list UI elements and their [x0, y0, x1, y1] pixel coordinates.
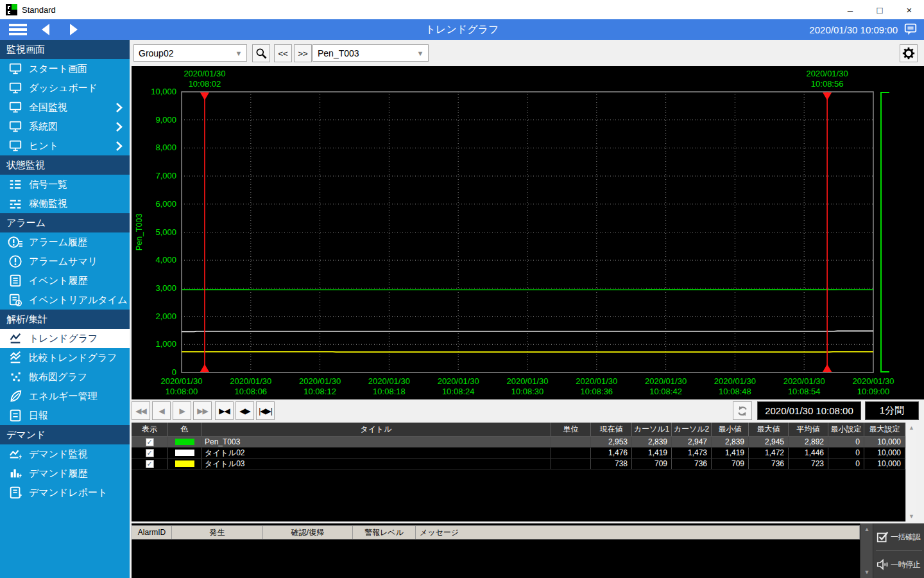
trend-chart[interactable]: 01,0002,0003,0004,0005,0006,0007,0008,00…	[132, 66, 924, 399]
sidebar-item[interactable]: エネルギー管理	[0, 387, 130, 406]
forward-button[interactable]	[64, 21, 83, 38]
sidebar-section-header: アラーム	[0, 213, 130, 232]
sidebar-item-label: イベントリアルタイム	[29, 294, 128, 306]
sidebar-item[interactable]: スタート画面	[0, 59, 130, 78]
comment-icon[interactable]	[903, 22, 918, 38]
scroll-up-icon[interactable]: ▲	[860, 526, 873, 532]
scroll-back-button[interactable]: ◀	[152, 401, 171, 420]
svg-text:2020/01/30: 2020/01/30	[852, 376, 894, 386]
maximize-button[interactable]: □	[865, 0, 894, 19]
pen-max_set: 10,000	[864, 448, 905, 458]
pen-table-scrollbar[interactable]: ▲ ▼	[905, 423, 916, 521]
pen-table-column-header: 最小値	[712, 423, 749, 436]
sidebar-item[interactable]: アラームサマリ	[0, 252, 130, 271]
pen-table-column-header: タイトル	[201, 423, 551, 436]
sidebar-item[interactable]: イベントリアルタイム	[0, 290, 130, 310]
acknowledge-all-button[interactable]: 一括確認	[873, 523, 924, 550]
sidebar-item[interactable]: デマンド履歴	[0, 464, 130, 483]
pen-cursor1: 1,419	[632, 448, 672, 458]
scroll-forward-button[interactable]: ▶	[173, 401, 191, 420]
svg-text:10:09:00: 10:09:00	[857, 387, 890, 396]
pen-table-row[interactable]: ✓Pen_T0032,9532,8392,9472,8392,9452,8920…	[132, 437, 905, 448]
settings-button[interactable]	[900, 44, 918, 62]
sidebar-item[interactable]: 散布図グラフ	[0, 367, 130, 387]
sidebar-section-header: 監視画面	[0, 40, 130, 59]
alarm-scrollbar[interactable]: ▲ ▼	[860, 523, 873, 578]
monitor-icon	[8, 80, 23, 96]
chart-start-datetime[interactable]: 2020/01/30 10:08:00	[757, 401, 861, 420]
pause-sound-button[interactable]: 一時停止	[873, 551, 924, 578]
window-title: Standard	[22, 5, 56, 15]
visibility-checkbox[interactable]: ✓	[146, 438, 154, 446]
monitor-icon	[8, 138, 23, 153]
pen-table-row[interactable]: ✓タイトル021,4761,4191,4731,4191,4721,446010…	[132, 448, 905, 459]
sidebar-item[interactable]: トレンドグラフ	[0, 329, 130, 348]
sidebar-item[interactable]: デマンドレポート	[0, 483, 130, 502]
scroll-down-icon[interactable]: ▼	[860, 569, 873, 575]
sidebar-section-header: 状態監視	[0, 155, 130, 175]
visibility-checkbox[interactable]: ✓	[146, 449, 154, 457]
group-select[interactable]: Group02 ▼	[133, 44, 247, 62]
sidebar-item[interactable]: 系統図	[0, 117, 130, 136]
pen-table-column-header: 現在値	[591, 423, 632, 436]
sidebar-item[interactable]: 稼働監視	[0, 194, 130, 213]
cursors-edges-button[interactable]: |◀▶|	[256, 401, 275, 420]
alarm-column-header: 発生	[172, 526, 263, 539]
sidebar-item[interactable]: デマンド監視	[0, 444, 130, 464]
pen-color-swatch	[175, 460, 194, 467]
cursors-together-button[interactable]: ▶◀	[215, 401, 234, 420]
sidebar-item[interactable]: ヒント	[0, 136, 130, 155]
sidebar-item[interactable]: ダッシュボード	[0, 78, 130, 98]
svg-text:10:08:06: 10:08:06	[234, 387, 267, 396]
pen-min_set: 0	[828, 459, 864, 469]
time-span-button[interactable]: 1分間	[865, 401, 919, 420]
sidebar-item-label: トレンドグラフ	[29, 333, 98, 345]
cursors-apart-button[interactable]: ◀▶	[235, 401, 254, 420]
daily-report-icon	[8, 408, 23, 423]
next-group-button[interactable]: >>	[294, 44, 312, 62]
refresh-button[interactable]	[733, 401, 752, 420]
menu-icon[interactable]	[9, 24, 27, 35]
svg-text:10:08:56: 10:08:56	[811, 79, 844, 89]
pen-table-column-header: 単位	[551, 423, 591, 436]
svg-text:2020/01/30: 2020/01/30	[438, 376, 479, 386]
visibility-checkbox[interactable]: ✓	[146, 460, 154, 468]
svg-text:1,000: 1,000	[155, 339, 176, 349]
sidebar-item[interactable]: 日報	[0, 406, 130, 425]
chevron-right-icon	[115, 141, 123, 153]
sidebar-section-header: デマンド	[0, 425, 130, 444]
svg-text:2020/01/30: 2020/01/30	[299, 376, 341, 386]
scroll-start-button[interactable]: ◀◀	[132, 401, 150, 420]
pen-table-row[interactable]: ✓タイトル03738709736709736723010,000	[132, 459, 905, 469]
pen-table-column-header: カーソル2	[672, 423, 712, 436]
alarm-list[interactable]	[132, 539, 860, 578]
sidebar-item[interactable]: イベント履歴	[0, 271, 130, 290]
scroll-end-button[interactable]: ▶▶	[193, 401, 212, 420]
page-title: トレンドグラフ	[0, 23, 924, 37]
sidebar-item-label: アラーム履歴	[29, 236, 87, 249]
search-button[interactable]	[252, 44, 270, 62]
scroll-down-icon[interactable]: ▼	[906, 511, 917, 521]
pen-select[interactable]: Pen_T003 ▼	[312, 44, 429, 62]
pen-min_set: 0	[828, 448, 864, 458]
sidebar-item[interactable]: 比較トレンドグラフ	[0, 348, 130, 367]
main-area: Group02 ▼ << >> Pen_T003 ▼ 01,0002,0003,…	[130, 40, 924, 578]
sidebar-item-label: 稼働監視	[29, 198, 67, 210]
sidebar-item[interactable]: 全国監視	[0, 98, 130, 117]
back-button[interactable]	[36, 21, 55, 38]
pen-title: タイトル02	[201, 448, 551, 458]
pen-title: タイトル03	[201, 459, 551, 469]
alarm-area: AlarmID発生確認/復帰警報レベルメッセージ ▲ ▼ 一括確認	[132, 523, 924, 578]
prev-group-button[interactable]: <<	[274, 44, 292, 62]
alarm-history-icon	[8, 234, 23, 250]
group-select-value: Group02	[134, 48, 231, 58]
sidebar-item[interactable]: 信号一覧	[0, 175, 130, 194]
close-button[interactable]: ×	[894, 0, 924, 19]
pen-table: 表示色タイトル単位現在値カーソル1カーソル2最小値最大値平均値最小設定最大設定✓…	[132, 423, 916, 521]
trend-graph-icon	[8, 331, 23, 346]
svg-text:0: 0	[172, 367, 176, 377]
scroll-up-icon[interactable]: ▲	[906, 423, 917, 433]
speaker-icon	[875, 557, 891, 572]
minimize-button[interactable]: –	[835, 0, 865, 19]
sidebar-item[interactable]: アラーム履歴	[0, 232, 130, 252]
